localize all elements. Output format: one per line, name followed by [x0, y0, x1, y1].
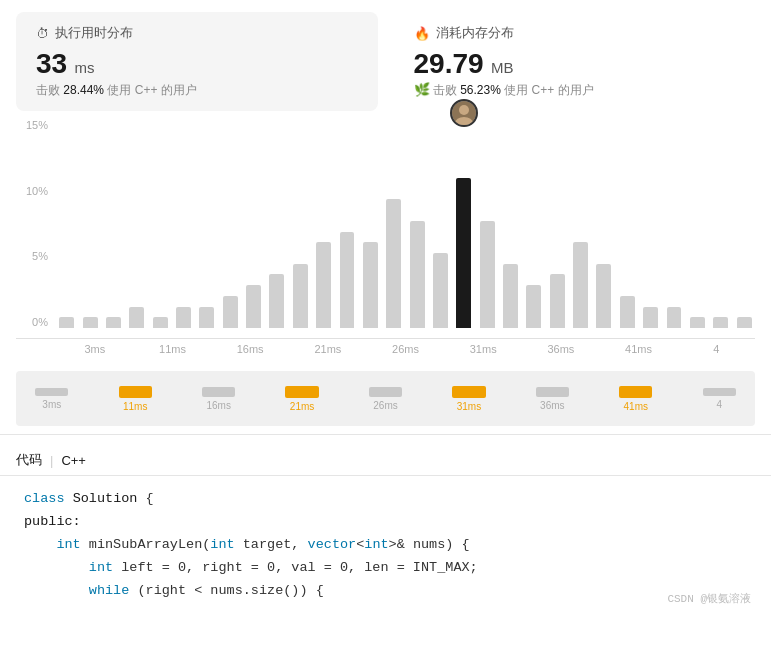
mini-label-26ms: 26ms [373, 400, 397, 411]
x-label-36ms: 36ms [522, 343, 600, 355]
bar-15 [406, 129, 427, 328]
bar-fill-24 [620, 296, 635, 328]
mini-bar-26ms [369, 387, 402, 397]
bar-0 [56, 129, 77, 328]
code-editor: class Solution { public: int minSubArray… [0, 476, 771, 615]
tab-code[interactable]: 代码 [16, 451, 42, 469]
divider-1 [0, 434, 771, 435]
clock-icon: ⏱ [36, 26, 49, 41]
bar-24 [617, 129, 638, 328]
time-unit: ms [75, 59, 95, 76]
code-tabs: 代码 | C++ [0, 451, 771, 476]
mini-label-41ms: 41ms [624, 401, 648, 412]
x-axis-labels: 3ms 11ms 16ms 21ms 26ms 31ms 36ms 41ms 4 [16, 343, 755, 355]
bar-16 [430, 129, 451, 328]
mini-label-end: 4 [716, 399, 722, 410]
mini-label-16ms: 16ms [206, 400, 230, 411]
memory-lang-text: 使用 C++ 的用户 [504, 83, 593, 97]
code-line-4: int left = 0, right = 0, val = 0, len = … [24, 557, 747, 580]
bar-22 [570, 129, 591, 328]
y-label-0: 0% [16, 316, 52, 328]
mini-group-3ms: 3ms [24, 388, 80, 410]
time-stat-card: ⏱ 执行用时分布 33 ms 击败 28.44% 使用 C++ 的用户 [16, 12, 378, 111]
mini-bar-21ms [285, 386, 318, 398]
time-stat-label: 执行用时分布 [55, 24, 133, 42]
bar-fill-27 [690, 317, 705, 328]
bar-fill-6 [199, 307, 214, 328]
fire-green-icon: 🌿 [414, 82, 430, 97]
svg-point-1 [459, 105, 469, 115]
time-stat-value-row: 33 ms [36, 48, 358, 80]
bar-fill-9 [269, 274, 284, 328]
bar-fill-4 [153, 317, 168, 328]
bar-fill-7 [223, 296, 238, 328]
flame-icon: 🔥 [414, 26, 430, 41]
bar-fill-28 [713, 317, 728, 328]
bar-2 [103, 129, 124, 328]
memory-beat-pct: 56.23% [460, 83, 501, 97]
bars-container [56, 129, 755, 328]
watermark: CSDN @银氨溶液 [667, 590, 751, 609]
memory-stat-header: 🔥 消耗内存分布 [414, 24, 736, 42]
memory-unit: MB [491, 59, 514, 76]
bar-fill-5 [176, 307, 191, 328]
user-avatar [450, 99, 478, 127]
bar-19 [500, 129, 521, 328]
memory-stat-label: 消耗内存分布 [436, 24, 514, 42]
bar-fill-23 [596, 264, 611, 328]
code-line-5: while (right < nums.size()) { [24, 580, 747, 603]
bar-fill-3 [129, 307, 144, 328]
bar-20 [523, 129, 544, 328]
code-line-1: class Solution { [24, 488, 747, 511]
memory-stat-value-row: 29.79 MB [414, 48, 736, 80]
bar-fill-29 [737, 317, 752, 328]
mini-group-36ms: 36ms [525, 387, 581, 411]
chart-section: 0% 5% 10% 15% 3ms 11ms 16ms 21ms 26ms 31… [0, 111, 771, 371]
bar-fill-11 [316, 242, 331, 328]
mini-label-3ms: 3ms [42, 399, 61, 410]
tab-lang[interactable]: C++ [61, 453, 86, 468]
time-stat-header: ⏱ 执行用时分布 [36, 24, 358, 42]
bar-fill-16 [433, 253, 448, 328]
mini-group-26ms: 26ms [358, 387, 414, 411]
bar-fill-1 [83, 317, 98, 328]
bar-fill-15 [410, 221, 425, 328]
mini-bar-36ms [536, 387, 569, 397]
mini-chart: 3ms 11ms 16ms 21ms 26ms 31ms 36ms 41ms 4 [16, 371, 755, 426]
chart-area: 0% 5% 10% 15% [16, 119, 755, 339]
bar-fill-0 [59, 317, 74, 328]
bar-17 [453, 129, 474, 328]
memory-value: 29.79 [414, 48, 484, 79]
tab-divider: | [50, 453, 53, 468]
bar-fill-18 [480, 221, 495, 328]
bar-6 [196, 129, 217, 328]
bar-fill-26 [667, 307, 682, 328]
bar-fill-2 [106, 317, 121, 328]
x-label-16ms: 16ms [211, 343, 289, 355]
x-label-26ms: 26ms [367, 343, 445, 355]
mini-label-11ms: 11ms [123, 401, 147, 412]
mini-label-31ms: 31ms [457, 401, 481, 412]
bar-10 [290, 129, 311, 328]
bar-fill-20 [526, 285, 541, 328]
mini-bar-31ms [452, 386, 485, 398]
bar-12 [336, 129, 357, 328]
bar-8 [243, 129, 264, 328]
code-section: 代码 | C++ class Solution { public: int mi… [0, 443, 771, 615]
bar-fill-8 [246, 285, 261, 328]
mini-group-21ms: 21ms [274, 386, 330, 412]
bar-26 [663, 129, 684, 328]
memory-beat-text: 击败 [433, 83, 457, 97]
code-line-2: public: [24, 511, 747, 534]
bar-fill-13 [363, 242, 378, 328]
time-beat-pct: 28.44% [63, 83, 104, 97]
memory-stat-sub: 🌿 击败 56.23% 使用 C++ 的用户 [414, 82, 736, 99]
x-label-41ms: 41ms [600, 343, 678, 355]
bar-14 [383, 129, 404, 328]
mini-group-11ms: 11ms [107, 386, 163, 412]
bar-9 [266, 129, 287, 328]
bar-5 [173, 129, 194, 328]
bar-25 [640, 129, 661, 328]
bar-fill-12 [340, 232, 355, 328]
bar-4 [149, 129, 170, 328]
